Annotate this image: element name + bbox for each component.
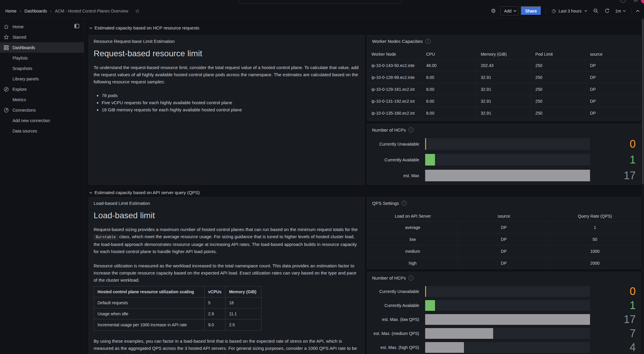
- chevron-up-icon[interactable]: [636, 7, 640, 15]
- panel-title[interactable]: QPS Settings: [372, 201, 399, 206]
- panel-title[interactable]: Resource Request-base Limit Estimation: [94, 39, 175, 44]
- gauge-label: est. Max. (high QPS): [367, 345, 422, 350]
- gauge-track: [425, 328, 590, 339]
- sidebar-item-snapshots[interactable]: Snapshots: [0, 63, 84, 74]
- table-cell: DP: [458, 245, 549, 257]
- section-header-qps[interactable]: Estimated capacity based on API server q…: [89, 190, 200, 195]
- gauge-row-est-max: est. Max17: [367, 170, 640, 181]
- info-icon[interactable]: [408, 127, 414, 132]
- table-cell: DP: [586, 95, 640, 107]
- breadcrumb-dashboards[interactable]: Dashboards: [24, 9, 47, 13]
- sidebar-item-home[interactable]: Home: [0, 21, 84, 32]
- breadcrumb-current: ACM - Hosted Control Planes Overview: [55, 9, 128, 13]
- gauge-value: 17: [590, 314, 640, 325]
- gauge-bar: [425, 314, 590, 325]
- gauge-track: [425, 314, 590, 325]
- table-cell: Usage when idle: [94, 308, 205, 319]
- dashboards-icon: [3, 45, 9, 51]
- gauge-value: 1: [590, 300, 640, 311]
- gauge-track: [425, 286, 590, 297]
- sidebar-item-label: Metrics: [13, 97, 26, 102]
- sidebar-item-label: Connections: [13, 108, 36, 113]
- table-cell: 11.1: [225, 308, 261, 319]
- sidebar-item-connections[interactable]: Connections: [0, 105, 84, 115]
- dock-sidebar-icon[interactable]: [74, 24, 79, 28]
- compass-icon: [3, 86, 9, 92]
- search-input[interactable]: Search or jump to... ctrl+k: [239, 0, 402, 4]
- gauge-row-currently-available: Currently Available1: [367, 154, 640, 166]
- zoom-out-icon[interactable]: [592, 7, 600, 15]
- sidebar-item-add-new-connection[interactable]: Add new connection: [0, 115, 84, 126]
- table-cell: ip-10-0-131-192.ec2.int: [367, 95, 422, 107]
- info-icon[interactable]: [408, 275, 414, 280]
- table-row: lowDP50: [367, 233, 640, 245]
- gauge-label: Currently Unavailable: [367, 142, 422, 146]
- share-button[interactable]: Share: [521, 6, 541, 15]
- column-header[interactable]: Memory (GiB): [476, 49, 531, 59]
- scrollbar-thumb[interactable]: [642, 19, 644, 184]
- table-cell: DP: [458, 233, 549, 245]
- sidebar-item-label: Data sources: [13, 129, 37, 133]
- load-limit-paragraph-3: By using these examples, you can factor …: [94, 338, 360, 354]
- add-button[interactable]: Add: [500, 6, 518, 15]
- sidebar-item-library-panels[interactable]: Library panels: [0, 74, 84, 84]
- column-header[interactable]: Load on API Server: [367, 211, 458, 221]
- request-limit-heading: Request-based resource limit: [94, 49, 360, 59]
- info-icon[interactable]: [402, 201, 407, 206]
- breadcrumb-home[interactable]: Home: [5, 9, 16, 13]
- sidebar-item-label: Add new connection: [13, 118, 50, 123]
- stats-icon[interactable]: [633, 0, 638, 2]
- table-row: ip-10-0-143-50.ec2.inte48.00202.43250DP: [367, 60, 640, 71]
- table-cell: 32.91: [476, 95, 531, 107]
- table-cell: Incremental usage per 1000 increase in A…: [94, 319, 205, 330]
- table-cell: DP: [586, 60, 640, 71]
- chevron-down-icon: [623, 10, 626, 12]
- gauge-label: Currently Unavailable: [367, 289, 422, 294]
- bullet-item: 78 pods: [102, 92, 360, 99]
- sidebar-item-dashboards[interactable]: Dashboards: [0, 42, 84, 53]
- column-header[interactable]: CPU: [422, 49, 476, 59]
- column-header[interactable]: source: [586, 49, 640, 59]
- column-header[interactable]: source: [458, 211, 549, 221]
- sidebar-item-data-sources[interactable]: Data sources: [0, 126, 84, 136]
- table-row: averageDP1: [367, 222, 640, 233]
- request-limit-paragraph: To understand the request-based resource…: [94, 64, 360, 85]
- favorite-star-icon[interactable]: ☆: [135, 8, 140, 14]
- gauge-track: [425, 300, 590, 311]
- info-icon[interactable]: [425, 39, 431, 44]
- home-icon: [3, 24, 9, 30]
- table-cell: DP: [458, 257, 549, 269]
- sidebar-item-label: Playlists: [13, 56, 28, 60]
- section-header-hcp[interactable]: Estimated capacity based on HCP resource…: [89, 25, 199, 30]
- dashboard-canvas: Estimated capacity based on HCP resource…: [84, 18, 644, 354]
- table-row: highDP2000: [367, 257, 640, 269]
- panel-title[interactable]: Number of HCPs: [372, 127, 406, 132]
- table-cell: DP: [586, 83, 640, 95]
- settings-gear-icon[interactable]: ⚙: [489, 7, 498, 15]
- refresh-icon[interactable]: [603, 7, 612, 15]
- gauge-value: 0: [590, 139, 640, 149]
- worker-nodes-table: Worker NodeCPUMemory (GiB)Pod Limitsourc…: [367, 49, 640, 119]
- sidebar-item-metrics[interactable]: Metrics: [0, 94, 84, 105]
- gauge-label: est. Max. (low QPS): [367, 317, 422, 322]
- sidebar-item-starred[interactable]: Starred: [0, 32, 84, 42]
- gauge-label: est. Max: [367, 173, 422, 178]
- column-header[interactable]: Pod Limit: [531, 49, 586, 59]
- avatar[interactable]: [641, 0, 644, 3]
- grafana-dashboard: Search or jump to... ctrl+k ? Home › Das…: [0, 0, 644, 354]
- column-header[interactable]: Worker Node: [367, 49, 422, 59]
- table-cell: 50: [549, 233, 640, 245]
- sidebar-item-explore[interactable]: Explore: [0, 84, 84, 94]
- refresh-interval-picker[interactable]: 1m: [614, 6, 627, 15]
- help-icon[interactable]: ?: [620, 0, 626, 3]
- panel-title[interactable]: Number of HCPs: [372, 275, 406, 280]
- sidebar-item-playlists[interactable]: Playlists: [0, 53, 84, 63]
- column-header[interactable]: Query Rate (QPS): [549, 211, 640, 221]
- panel-title[interactable]: Load-based Limit Estimation: [94, 201, 150, 206]
- table-cell: 1000: [549, 245, 640, 257]
- vertical-scrollbar[interactable]: [642, 18, 644, 354]
- utilization-scaling-table: Hosted control plane resource utilizatio…: [94, 286, 261, 330]
- panel-title[interactable]: Worker Nodes Capacities: [372, 39, 423, 44]
- gauge-value: 1: [590, 155, 640, 165]
- time-range-picker[interactable]: ◷ Last 3 hours: [550, 6, 589, 15]
